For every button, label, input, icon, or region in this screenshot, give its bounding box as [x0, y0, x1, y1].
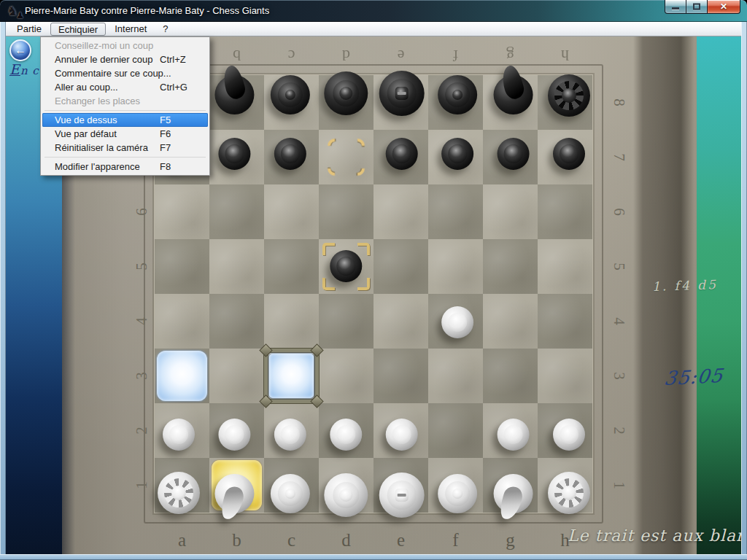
- file-label-bottom-b: b: [209, 526, 264, 554]
- piece-white-bishop-f1[interactable]: [430, 466, 484, 521]
- piece-white-rook-a1[interactable]: [151, 465, 206, 520]
- minimize-button[interactable]: [665, 0, 686, 14]
- window-controls: ✕: [665, 0, 740, 14]
- menu-item-aller-au-coup[interactable]: Aller au coup...Ctrl+G: [42, 80, 208, 94]
- window-title: Pierre-Marie Baty contre Pierre-Marie Ba…: [25, 0, 269, 22]
- piece-white-king-e1[interactable]: [374, 467, 429, 522]
- square-e3[interactable]: [374, 349, 428, 403]
- piece-white-knight-b1[interactable]: [206, 466, 261, 521]
- piece-black-pawn-e7[interactable]: [374, 126, 429, 181]
- piece-black-pawn-b7[interactable]: [206, 126, 261, 181]
- square-e5[interactable]: [374, 239, 428, 294]
- piece-white-pawn-g2[interactable]: [486, 407, 541, 462]
- square-a6[interactable]: [155, 184, 209, 239]
- square-c6[interactable]: [264, 184, 319, 239]
- square-a5[interactable]: [155, 239, 209, 294]
- square-f2[interactable]: [428, 403, 483, 458]
- square-a4[interactable]: [155, 294, 209, 349]
- back-arrow-icon: ←: [11, 41, 30, 60]
- menu-help[interactable]: ?: [155, 23, 175, 36]
- menu-item-annuler-le-dernier-coup[interactable]: Annuler le dernier coupCtrl+Z: [42, 52, 208, 66]
- square-c5[interactable]: [264, 239, 319, 294]
- piece-black-pawn-f7[interactable]: [430, 126, 484, 181]
- piece-part: [448, 144, 467, 163]
- file-label-bottom-a: a: [155, 526, 209, 554]
- menu-item-label: Conseillez-moi un coup: [55, 40, 160, 51]
- square-d3[interactable]: [319, 349, 374, 403]
- square-h4[interactable]: [538, 294, 592, 349]
- square-h3[interactable]: [538, 349, 592, 403]
- piece-part: [171, 486, 186, 500]
- piece-black-queen-d8[interactable]: [318, 66, 373, 120]
- piece-white-pawn-a2[interactable]: [151, 407, 206, 462]
- piece-black-knight-b8[interactable]: [206, 67, 261, 122]
- menu-item-label: Vue de dessus: [55, 114, 160, 125]
- square-h6[interactable]: [538, 184, 592, 239]
- menu-item-label: Echanger les places: [55, 96, 160, 106]
- piece-white-pawn-d2[interactable]: [318, 407, 373, 462]
- square-d7[interactable]: [319, 130, 374, 184]
- square-a3[interactable]: [155, 349, 209, 403]
- menu-internet[interactable]: Internet: [107, 23, 154, 36]
- piece-black-pawn-h7[interactable]: [541, 126, 596, 181]
- piece-part: [562, 88, 576, 103]
- piece-black-bishop-c8[interactable]: [263, 67, 317, 122]
- square-h5[interactable]: [538, 239, 592, 294]
- menu-item-vue-de-dessus[interactable]: Vue de dessusF5: [42, 113, 208, 127]
- square-g6[interactable]: [483, 184, 538, 239]
- piece-part: [285, 90, 295, 100]
- window-border-bottom: [0, 554, 747, 560]
- square-d6[interactable]: [319, 184, 374, 239]
- square-b5[interactable]: [209, 239, 264, 294]
- piece-white-knight-g1[interactable]: [486, 466, 541, 521]
- piece-black-pawn-d5[interactable]: [318, 238, 373, 293]
- file-label-bottom-e: e: [374, 526, 428, 554]
- square-g5[interactable]: [483, 239, 538, 294]
- square-g3[interactable]: [483, 349, 538, 403]
- square-f3[interactable]: [428, 349, 483, 403]
- square-d4[interactable]: [319, 294, 374, 349]
- square-b6[interactable]: [209, 184, 264, 239]
- piece-black-pawn-g7[interactable]: [486, 126, 541, 181]
- menu-item-modifier-l-apparence[interactable]: Modifier l'apparenceF8: [42, 160, 208, 174]
- menu-item-r-initialiser-la-cam-ra[interactable]: Réinitialiser la caméraF7: [42, 141, 208, 155]
- square-c4[interactable]: [264, 294, 319, 349]
- menu-item-vue-par-d-faut[interactable]: Vue par défautF6: [42, 127, 208, 141]
- menu-item-shortcut: Ctrl+Z: [160, 54, 202, 65]
- piece-white-queen-d1[interactable]: [318, 467, 373, 522]
- piece-black-knight-g8[interactable]: [486, 67, 541, 122]
- menu-item-shortcut: F7: [160, 142, 202, 153]
- piece-part: [225, 144, 244, 163]
- menu-item-conseillez-moi-un-coup: Conseillez-moi un coup: [42, 39, 208, 52]
- square-f6[interactable]: [428, 184, 483, 239]
- maximize-button[interactable]: [686, 0, 707, 14]
- piece-white-pawn-c2[interactable]: [263, 407, 317, 462]
- piece-white-rook-h1[interactable]: [541, 465, 596, 520]
- menu-item-shortcut: F8: [160, 161, 202, 172]
- square-e6[interactable]: [374, 184, 428, 239]
- piece-white-pawn-b2[interactable]: [206, 407, 261, 462]
- piece-black-rook-h8[interactable]: [541, 68, 596, 122]
- close-button[interactable]: ✕: [707, 0, 740, 14]
- square-f5[interactable]: [428, 239, 483, 294]
- piece-black-bishop-f8[interactable]: [430, 67, 484, 122]
- title-bar[interactable]: ♞ ♟ Pierre-Marie Baty contre Pierre-Mari…: [0, 0, 747, 22]
- piece-white-pawn-e2[interactable]: [374, 407, 429, 462]
- menu-item-label: Vue par défaut: [55, 128, 160, 139]
- piece-part: [225, 425, 244, 444]
- menu-echiquier[interactable]: Echiquier: [50, 23, 106, 36]
- menu-item-label: Aller au coup...: [55, 82, 160, 93]
- piece-black-king-e8[interactable]: [374, 66, 429, 120]
- piece-white-pawn-f4[interactable]: [430, 295, 484, 349]
- piece-white-bishop-c1[interactable]: [263, 466, 317, 521]
- square-e4[interactable]: [374, 294, 428, 349]
- menu-partie[interactable]: Partie: [9, 23, 49, 36]
- square-b4[interactable]: [209, 294, 264, 349]
- square-c3[interactable]: [264, 349, 319, 403]
- square-g4[interactable]: [483, 294, 538, 349]
- square-b3[interactable]: [209, 349, 264, 403]
- piece-black-pawn-c7[interactable]: [263, 126, 317, 181]
- menu-item-commentaire-sur-ce-coup[interactable]: Commentaire sur ce coup...: [42, 66, 208, 80]
- piece-white-pawn-h2[interactable]: [541, 407, 596, 462]
- back-button[interactable]: ←: [9, 39, 31, 61]
